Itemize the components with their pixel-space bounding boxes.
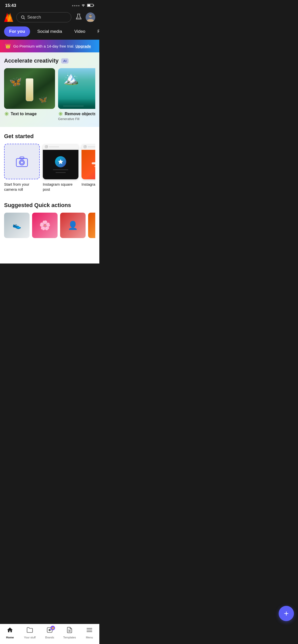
status-time: 15:43	[5, 3, 16, 8]
svg-point-9	[21, 16, 24, 19]
ai-cards: ✳️ Text to image ✳️ Remove objects Gener…	[4, 68, 95, 121]
insta-story-thumbnail	[82, 144, 95, 179]
insta-sq-label: Instagram square post	[43, 182, 78, 192]
header: Search	[0, 10, 99, 25]
svg-point-24	[85, 146, 86, 148]
accelerate-section: Accelerate creativity AI ✳️ Text to imag…	[0, 52, 99, 127]
gs-card-insta-sq[interactable]: Instagram square post	[43, 144, 78, 192]
accelerate-title: Accelerate creativity	[4, 57, 59, 64]
quick-action-cards: 👟 🌸 👤 🧕	[4, 213, 95, 238]
svg-point-14	[89, 15, 90, 16]
accelerate-header: Accelerate creativity AI	[4, 57, 95, 64]
wifi-icon	[81, 4, 86, 8]
svg-rect-20	[45, 145, 48, 148]
remove-objects-thumbnail	[58, 68, 95, 109]
search-icon	[21, 15, 25, 20]
lab-icon[interactable]	[74, 12, 83, 22]
camera-roll-label: Start from your camera roll	[4, 182, 40, 192]
premium-text: Go Premium with a 14-day free trial. Upg…	[13, 44, 91, 48]
insta-story-label: Instagram story	[82, 182, 95, 187]
signal-icon	[72, 5, 79, 6]
svg-point-25	[86, 146, 86, 146]
search-bar[interactable]: Search	[16, 12, 71, 22]
svg-rect-1	[93, 5, 94, 6]
svg-point-22	[47, 146, 47, 146]
remove-objects-sublabel: Generative Fill	[58, 117, 95, 121]
ai-card-remove-objects[interactable]: ✳️ Remove objects Generative Fill	[58, 68, 95, 121]
svg-rect-19	[20, 157, 24, 159]
text-to-image-label: ✳️ Text to image	[4, 111, 55, 116]
qa-card-bg[interactable]: 👟	[4, 213, 30, 238]
qa-card-flowers[interactable]: 🌸	[32, 213, 58, 238]
camera-icon	[15, 155, 29, 168]
header-icons	[74, 12, 95, 22]
ai-badge: AI	[61, 58, 69, 64]
avatar[interactable]	[86, 12, 95, 22]
search-placeholder: Search	[27, 15, 41, 20]
status-bar: 15:43	[0, 0, 99, 10]
qa-card-warm[interactable]: 🧕	[88, 213, 95, 238]
status-icons	[72, 4, 94, 8]
qa-card-portrait[interactable]: 👤	[60, 213, 86, 238]
get-started-title: Get started	[4, 133, 95, 140]
battery-icon	[87, 4, 94, 8]
crown-icon: 👑	[5, 43, 11, 49]
tab-video[interactable]: Video	[69, 26, 90, 37]
text-to-image-thumbnail	[4, 68, 55, 109]
upgrade-link[interactable]: Upgrade	[75, 44, 91, 48]
get-started-section: Get started Start from your camera roll	[0, 127, 99, 198]
tab-for-you[interactable]: For you	[4, 26, 30, 37]
get-started-cards: Start from your camera roll	[4, 144, 95, 192]
svg-rect-23	[84, 145, 86, 148]
ai-card-text-to-image[interactable]: ✳️ Text to image	[4, 68, 55, 121]
svg-point-21	[46, 146, 47, 148]
tab-photo[interactable]: Photo	[92, 26, 99, 37]
sparkle-icon-2: ✳️	[58, 111, 63, 116]
quick-actions-section: Suggested Quick actions 👟 🌸 👤 🧕	[0, 198, 99, 264]
quick-actions-title: Suggested Quick actions	[4, 202, 95, 209]
insta-sq-thumbnail	[43, 144, 78, 179]
svg-rect-2	[88, 4, 90, 6]
svg-point-18	[20, 161, 23, 164]
camera-roll-thumbnail	[4, 144, 40, 179]
remove-objects-label: ✳️ Remove objects	[58, 111, 95, 116]
tab-social-media[interactable]: Social media	[32, 26, 67, 37]
sparkle-icon: ✳️	[4, 111, 9, 116]
category-tabs: For you Social media Video Photo	[0, 25, 99, 40]
svg-line-10	[24, 18, 25, 19]
premium-banner[interactable]: 👑 Go Premium with a 14-day free trial. U…	[0, 40, 99, 52]
svg-point-15	[91, 15, 92, 16]
adobe-logo[interactable]	[4, 13, 13, 22]
gs-card-camera-roll[interactable]: Start from your camera roll	[4, 144, 40, 192]
gs-card-insta-story[interactable]: Instagram story	[82, 144, 95, 192]
